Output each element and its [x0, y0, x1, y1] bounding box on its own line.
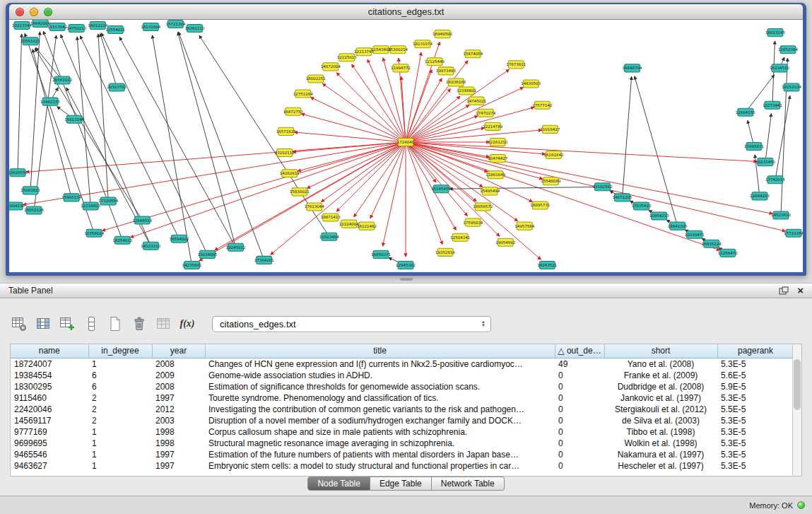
import-table-button[interactable]: [153, 313, 174, 334]
table-source-dropdown[interactable]: citations_edges.txt ▲▼: [212, 316, 491, 332]
network-node[interactable]: 16361113: [184, 25, 205, 33]
table-row[interactable]: 1872400712008Changes of HCN gene express…: [11, 358, 794, 370]
network-node[interactable]: 20561022: [52, 76, 72, 84]
network-node[interactable]: 17364201: [254, 256, 274, 264]
function-builder-button[interactable]: f(x): [177, 313, 198, 334]
network-node[interactable]: 18243521: [537, 261, 557, 269]
network-canvas[interactable]: 1724040153002141813107412125449199734931…: [9, 20, 803, 272]
network-edge[interactable]: [311, 98, 406, 142]
network-node[interactable]: 16935124: [702, 240, 722, 247]
table-row[interactable]: 2242004622012Investigating the contribut…: [11, 404, 794, 415]
network-node[interactable]: 12554021: [105, 26, 125, 34]
network-graph[interactable]: 1724040153002141813107412125449199734931…: [9, 20, 803, 272]
network-node[interactable]: 15548089: [541, 177, 561, 185]
network-node[interactable]: 16648794: [623, 64, 643, 72]
network-node[interactable]: 10356024: [84, 229, 105, 237]
network-node[interactable]: 18641305: [668, 222, 688, 230]
minimize-window-button[interactable]: [30, 8, 38, 16]
network-edge[interactable]: [772, 41, 775, 105]
network-node[interactable]: 12161210: [488, 138, 508, 146]
network-window-titlebar[interactable]: citations_edges.txt: [9, 4, 803, 20]
row-height-button[interactable]: [81, 313, 102, 334]
network-node[interactable]: 12030471: [685, 230, 705, 238]
network-edge[interactable]: [406, 142, 543, 179]
zoom-window-button[interactable]: [44, 8, 52, 16]
tab-edge-table[interactable]: Edge Table: [370, 477, 432, 491]
network-edge[interactable]: [98, 34, 108, 201]
network-edge[interactable]: [301, 114, 406, 142]
network-node[interactable]: 20561021: [20, 37, 40, 45]
network-edge[interactable]: [406, 142, 757, 161]
network-node[interactable]: 10474427: [488, 155, 508, 163]
network-node[interactable]: 19352816: [435, 248, 456, 256]
network-node[interactable]: 11994772: [391, 64, 411, 72]
network-edge[interactable]: [765, 114, 772, 162]
network-edge[interactable]: [623, 76, 632, 197]
network-node[interactable]: 14830503: [521, 80, 541, 88]
network-node[interactable]: 16121462: [357, 222, 377, 230]
table-row[interactable]: 1830029562008Estimation of significance …: [11, 381, 794, 392]
network-node[interactable]: 16584002: [169, 235, 189, 243]
network-node[interactable]: 19054992: [495, 238, 515, 246]
column-header[interactable]: pagerank: [717, 344, 794, 358]
network-edge[interactable]: [30, 32, 40, 190]
network-node[interactable]: 11652304: [778, 46, 799, 54]
network-node[interactable]: 14523610: [771, 211, 792, 219]
table-row[interactable]: 946362711997Embryonic stem cells: a mode…: [11, 460, 794, 472]
network-node[interactable]: 12186601: [457, 87, 476, 95]
table-row[interactable]: 969969511998Structural magnetic resonanc…: [11, 438, 794, 449]
network-node[interactable]: 11256470: [718, 249, 739, 257]
network-node[interactable]: 15721304: [165, 21, 186, 28]
table-column-options-button[interactable]: [8, 313, 30, 334]
network-node[interactable]: 12225013: [337, 54, 358, 62]
network-node[interactable]: 18131074: [413, 40, 433, 48]
network-node[interactable]: 15300214: [388, 46, 408, 54]
network-node[interactable]: 13182562: [592, 183, 612, 191]
network-node[interactable]: 16161642: [543, 151, 563, 159]
network-edge[interactable]: [26, 142, 406, 172]
network-node[interactable]: 10223344: [12, 22, 33, 30]
network-node[interactable]: 12684203: [750, 192, 770, 200]
table-row[interactable]: 1938455462009Genome-wide association stu…: [11, 370, 794, 381]
network-node[interactable]: 19245012: [226, 243, 246, 251]
network-node[interactable]: 14872004: [321, 63, 341, 71]
network-node[interactable]: 17742015: [765, 176, 786, 184]
network-edge[interactable]: [295, 132, 406, 142]
network-node[interactable]: 18002251: [306, 75, 326, 83]
network-node[interactable]: 20303701: [107, 83, 126, 91]
network-edge[interactable]: [352, 64, 406, 142]
delete-table-button[interactable]: [129, 313, 150, 334]
network-node[interactable]: 17577140: [532, 101, 553, 109]
network-edge[interactable]: [322, 142, 406, 202]
network-edge[interactable]: [406, 142, 772, 214]
network-node[interactable]: 19973493: [436, 67, 457, 75]
close-panel-icon[interactable]: ×: [797, 286, 804, 296]
network-node[interactable]: 19871413: [321, 214, 341, 221]
float-panel-icon[interactable]: [779, 286, 789, 296]
new-table-button[interactable]: [105, 313, 126, 334]
network-node[interactable]: 14745021: [466, 97, 486, 105]
network-edge[interactable]: [61, 35, 151, 246]
network-node[interactable]: 16650371: [371, 250, 391, 258]
network-node[interactable]: 12213747: [354, 48, 375, 56]
column-header[interactable]: △ out_de…: [555, 344, 604, 358]
network-node[interactable]: 11861649: [486, 171, 506, 179]
network-node[interactable]: 12620550: [9, 169, 28, 177]
network-node[interactable]: 18131004: [141, 23, 161, 31]
network-node[interactable]: 15013246: [64, 115, 85, 123]
network-node[interactable]: 12751264: [293, 90, 314, 98]
network-node[interactable]: 12604155: [736, 108, 756, 116]
close-window-button[interactable]: [16, 8, 24, 16]
network-edge[interactable]: [36, 48, 62, 81]
network-node[interactable]: 15830021: [290, 188, 310, 196]
network-node[interactable]: 11923404: [319, 233, 340, 240]
table-row[interactable]: 911546021997Tourette syndrome. Phenomeno…: [11, 392, 794, 404]
network-edge[interactable]: [354, 142, 406, 217]
network-node[interactable]: 13202110: [275, 149, 295, 157]
table-row[interactable]: 977716911998Corpus callosum shape and si…: [11, 426, 794, 438]
column-header[interactable]: short: [604, 344, 717, 358]
network-edge[interactable]: [199, 142, 406, 261]
network-edge[interactable]: [406, 142, 541, 259]
network-node[interactable]: 14957584: [514, 222, 535, 230]
table-scrollbar-thumb[interactable]: [794, 359, 801, 410]
